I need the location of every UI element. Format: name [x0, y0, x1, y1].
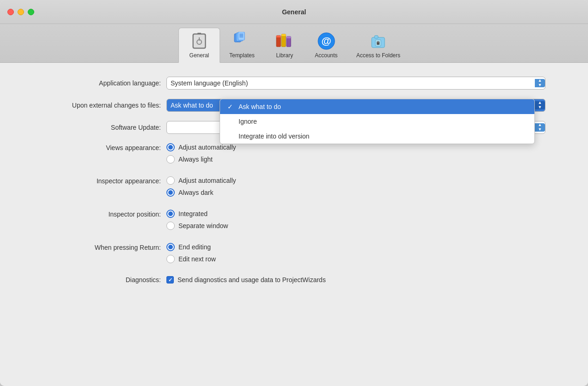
inspector-position-radio-btn-2[interactable] — [166, 222, 175, 230]
toolbar: General Templates — [0, 24, 588, 63]
inspector-position-control: Integrated Separate window — [166, 210, 545, 234]
inspector-position-radio-2: Separate window — [166, 222, 545, 230]
toolbar-item-access-to-folders[interactable]: Access to Folders — [347, 28, 410, 62]
diagnostics-checkbox[interactable]: ✓ — [166, 276, 174, 283]
dropdown-item-ignore[interactable]: Ignore — [220, 114, 534, 129]
views-appearance-control: Adjust automatically Always light — [166, 143, 545, 167]
access-to-folders-icon — [369, 32, 387, 50]
inspector-appearance-radio-2: Always dark — [166, 188, 545, 197]
views-appearance-radio-btn-1[interactable] — [166, 143, 175, 151]
app-language-arrows[interactable]: ▲ ▼ — [535, 79, 545, 87]
views-appearance-row: Views appearance: Adjust automatically A… — [28, 143, 560, 167]
close-button[interactable] — [7, 9, 14, 15]
minimize-button[interactable] — [18, 9, 24, 15]
svg-rect-13 — [282, 34, 286, 47]
titlebar: General — [0, 0, 588, 24]
inspector-position-radio-1: Integrated — [166, 210, 545, 218]
external-changes-row: Upon external changes to files: Ask what… — [28, 99, 560, 112]
toolbar-label-templates: Templates — [229, 52, 255, 59]
when-return-radio-2: Edit next row — [166, 255, 545, 263]
inspector-position-row: Inspector position: Integrated Separate … — [28, 210, 560, 234]
when-return-radio-label-2: Edit next row — [178, 255, 216, 263]
dropdown-item-integrate[interactable]: Integrate into old version — [220, 129, 534, 144]
views-appearance-radio-btn-2[interactable] — [166, 155, 175, 163]
when-return-radio-1: End editing — [166, 243, 545, 251]
inspector-appearance-radio-1: Adjust automatically — [166, 176, 545, 185]
software-update-arrows[interactable]: ▲ ▼ — [535, 123, 545, 132]
external-changes-dropdown: ✓ Ask what to do Ignore Integrate into o… — [220, 99, 535, 144]
toolbar-label-access-to-folders: Access to Folders — [356, 52, 400, 59]
window-title: General — [282, 8, 306, 16]
when-return-radio-label-1: End editing — [178, 243, 211, 251]
toolbar-label-library: Library — [276, 52, 293, 59]
accounts-icon: @ — [317, 32, 336, 50]
traffic-lights — [7, 9, 34, 15]
inspector-appearance-control: Adjust automatically Always dark — [166, 176, 545, 200]
templates-icon — [233, 32, 251, 50]
inspector-appearance-radio-label-1: Adjust automatically — [178, 177, 236, 184]
svg-rect-2 — [197, 33, 201, 34]
window: General General — [0, 0, 588, 386]
when-return-control: End editing Edit next row — [166, 243, 545, 267]
svg-rect-7 — [238, 32, 245, 40]
when-return-radio-btn-1[interactable] — [166, 243, 175, 251]
toolbar-label-general: General — [190, 52, 209, 59]
external-changes-label: Upon external changes to files: — [28, 102, 166, 109]
toolbar-item-library[interactable]: Library — [264, 28, 306, 62]
svg-rect-14 — [282, 34, 286, 36]
views-appearance-radio-label-2: Always light — [178, 156, 213, 163]
inspector-appearance-radio-btn-2[interactable] — [166, 188, 175, 197]
inspector-appearance-radio-btn-1[interactable] — [166, 176, 175, 185]
check-icon: ✓ — [227, 103, 235, 110]
diagnostics-checkbox-label: Send diagnostics and usage data to Proje… — [178, 276, 326, 283]
when-return-label: When pressing Return: — [28, 243, 166, 251]
toolbar-label-accounts: Accounts — [315, 52, 337, 59]
when-return-row: When pressing Return: End editing Edit n… — [28, 243, 560, 267]
general-icon — [190, 32, 208, 50]
diagnostics-row: Diagnostics: ✓ Send diagnostics and usag… — [28, 276, 560, 283]
app-language-value: System language (English) — [171, 79, 531, 87]
svg-point-23 — [377, 41, 379, 43]
when-return-radio-btn-2[interactable] — [166, 255, 175, 263]
svg-rect-4 — [199, 37, 200, 41]
app-language-select[interactable]: System language (English) ▲ ▼ — [166, 77, 545, 90]
content: Application language: System language (E… — [0, 63, 588, 386]
svg-rect-20 — [374, 36, 378, 38]
inspector-appearance-label: Inspector appearance: — [28, 176, 166, 185]
inspector-position-radio-label-2: Separate window — [178, 222, 228, 229]
toolbar-item-accounts[interactable]: @ Accounts — [306, 28, 347, 62]
library-icon — [276, 32, 294, 50]
svg-text:@: @ — [321, 35, 331, 47]
inspector-position-radio-label-1: Integrated — [178, 210, 208, 217]
toolbar-item-general[interactable]: General — [178, 28, 220, 63]
app-language-row: Application language: System language (E… — [28, 77, 560, 90]
diagnostics-checkbox-row: ✓ Send diagnostics and usage data to Pro… — [166, 276, 545, 283]
diagnostics-label: Diagnostics: — [28, 276, 166, 283]
external-changes-arrows[interactable]: ▲ ▼ — [535, 101, 545, 109]
inspector-position-radio-btn-1[interactable] — [166, 210, 175, 218]
toolbar-item-templates[interactable]: Templates — [220, 28, 264, 62]
views-appearance-radio-2: Always light — [166, 155, 545, 163]
maximize-button[interactable] — [28, 9, 34, 15]
svg-rect-1 — [194, 35, 205, 48]
views-appearance-radio-label-1: Adjust automatically — [178, 144, 236, 151]
svg-rect-16 — [287, 36, 291, 38]
software-update-label: Software Update: — [28, 124, 166, 131]
app-language-control: System language (English) ▲ ▼ — [166, 77, 545, 90]
app-language-label: Application language: — [28, 79, 166, 87]
views-appearance-radio-1: Adjust automatically — [166, 143, 545, 151]
diagnostics-control: ✓ Send diagnostics and usage data to Pro… — [166, 276, 545, 283]
views-appearance-label: Views appearance: — [28, 143, 166, 151]
inspector-appearance-row: Inspector appearance: Adjust automatical… — [28, 176, 560, 200]
dropdown-item-ask[interactable]: ✓ Ask what to do — [220, 99, 534, 114]
inspector-appearance-radio-label-2: Always dark — [178, 189, 213, 196]
inspector-position-label: Inspector position: — [28, 210, 166, 218]
svg-rect-12 — [276, 36, 281, 37]
